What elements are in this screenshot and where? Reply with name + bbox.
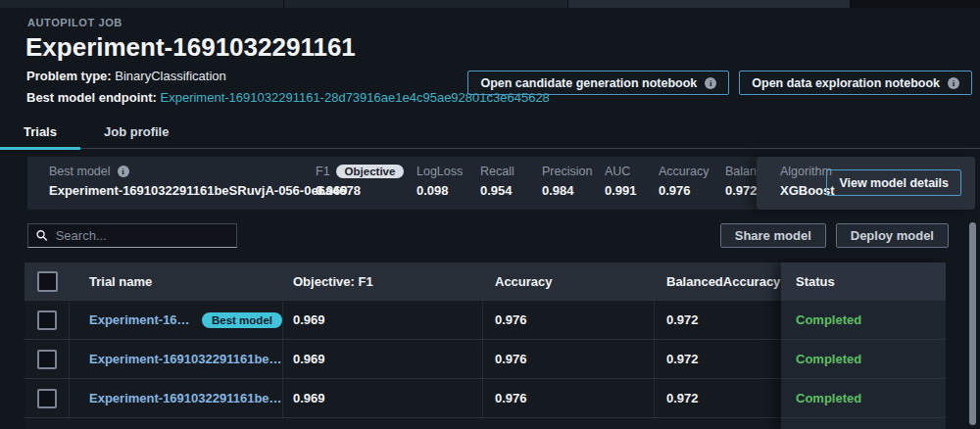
metric-label: AUC bbox=[605, 165, 630, 178]
header-checkbox-cell bbox=[24, 262, 70, 300]
column-header-accuracy: Accuracy bbox=[483, 262, 655, 300]
trial-name-link[interactable]: Experiment-1691032... bbox=[89, 312, 194, 327]
metric-label-row: Recall bbox=[480, 165, 542, 178]
metric-value: 0.098 bbox=[416, 183, 480, 198]
search-box[interactable] bbox=[27, 223, 237, 248]
objective-value: 0.969 bbox=[293, 352, 325, 366]
metric-value: 0.976 bbox=[659, 183, 725, 198]
objective-cell: 0.969 bbox=[283, 301, 483, 339]
metric-label-row: Precision bbox=[542, 165, 605, 178]
accuracy-cell: 0.976 bbox=[483, 301, 655, 339]
status-value: Completed bbox=[796, 312, 861, 327]
select-all-checkbox[interactable] bbox=[37, 271, 58, 292]
notebook-buttons: Open candidate generation notebook i Ope… bbox=[467, 71, 972, 95]
trials-table: Trial name Objective: F1 Accuracy Balanc… bbox=[24, 262, 943, 429]
search-input[interactable] bbox=[56, 228, 228, 243]
accuracy-value: 0.976 bbox=[495, 312, 527, 327]
trial-name-cell: Experiment-1691032291161beS... bbox=[70, 379, 283, 417]
metric-label: Accuracy bbox=[659, 165, 709, 178]
status-value: Completed bbox=[796, 352, 861, 366]
tab-job-profile[interactable]: Job profile bbox=[80, 116, 192, 148]
balanced-accuracy-value: 0.972 bbox=[666, 352, 699, 366]
status-cells: Completed Completed Completed bbox=[781, 300, 946, 417]
row-checkbox[interactable] bbox=[37, 310, 57, 330]
metric: Recall 0.954 bbox=[480, 165, 542, 210]
row-checkbox-cell bbox=[24, 379, 70, 417]
top-tab-segment bbox=[851, 0, 980, 8]
metric: F1 Objective 0.969 bbox=[316, 165, 416, 210]
best-model-block: Best model i Experiment-1691032291161beS… bbox=[49, 157, 316, 210]
metric-label: F1 bbox=[316, 165, 330, 178]
status-sticky-column: Status Completed Completed Completed bbox=[781, 262, 946, 429]
best-model-label: Best model bbox=[49, 165, 111, 178]
row-checkbox-cell bbox=[24, 301, 70, 339]
objective-value: 0.969 bbox=[293, 391, 325, 405]
metric-value: 0.969 bbox=[316, 183, 416, 198]
metric: AUC 0.991 bbox=[605, 165, 659, 210]
top-tab-segment bbox=[568, 0, 851, 8]
trial-name-cell: Experiment-1691032... Best model bbox=[70, 301, 283, 339]
balanced-accuracy-value: 0.972 bbox=[666, 391, 699, 405]
objective-value: 0.969 bbox=[293, 312, 325, 327]
metric: LogLoss 0.098 bbox=[416, 165, 480, 210]
trial-name-link[interactable]: Experiment-1691032291161beS... bbox=[89, 391, 282, 405]
table-action-buttons: Share model Deploy model bbox=[720, 223, 949, 248]
best-model-name: Experiment-1691032291161beSRuvjA-056-0e6… bbox=[49, 183, 316, 198]
endpoint-label: Best model endpoint: bbox=[26, 90, 157, 105]
top-tab-segment bbox=[284, 0, 568, 8]
column-header-trial-name: Trial name bbox=[70, 262, 283, 300]
tab-bar: Trials Job profile bbox=[0, 116, 980, 149]
problem-type-value: BinaryClassification bbox=[115, 69, 225, 83]
row-checkbox[interactable] bbox=[37, 389, 57, 408]
info-icon[interactable]: i bbox=[948, 77, 959, 89]
problem-type-line: Problem type: BinaryClassification bbox=[26, 69, 226, 83]
objective-badge: Objective bbox=[336, 165, 405, 178]
accuracy-value: 0.976 bbox=[495, 391, 527, 405]
top-tab-segment bbox=[0, 0, 284, 8]
metric: Accuracy 0.976 bbox=[659, 165, 725, 210]
row-checkbox-cell bbox=[24, 340, 70, 378]
view-model-details-button[interactable]: View model details bbox=[826, 169, 961, 196]
trial-name-link[interactable]: Experiment-1691032291161beS... bbox=[89, 352, 282, 366]
best-model-badge: Best model bbox=[202, 312, 282, 328]
metric-label-row: F1 Objective bbox=[316, 165, 416, 178]
top-tab-strip bbox=[0, 0, 980, 8]
algorithm-panel: Algorithm XGBoost View model details bbox=[757, 157, 975, 210]
status-cell-partial bbox=[781, 417, 946, 429]
deploy-model-button[interactable]: Deploy model bbox=[836, 223, 949, 248]
vertical-scrollbar[interactable] bbox=[969, 222, 976, 425]
best-model-summary-bar: Best model i Experiment-1691032291161beS… bbox=[27, 157, 975, 210]
metric-value: 0.954 bbox=[480, 183, 542, 198]
status-cell: Completed bbox=[781, 300, 946, 339]
accuracy-cell: 0.976 bbox=[483, 379, 655, 417]
search-icon bbox=[36, 229, 48, 242]
status-cell: Completed bbox=[781, 339, 946, 378]
metric: Precision 0.984 bbox=[542, 165, 605, 210]
column-header-objective: Objective: F1 bbox=[283, 262, 483, 300]
metric-label-row: AUC bbox=[605, 165, 659, 178]
metric-value: 0.984 bbox=[542, 183, 605, 198]
open-candidate-notebook-button[interactable]: Open candidate generation notebook i bbox=[467, 71, 729, 95]
trial-name-cell: Experiment-1691032291161beS... bbox=[70, 340, 283, 378]
problem-type-label: Problem type: bbox=[26, 69, 112, 83]
open-data-exploration-notebook-button[interactable]: Open data exploration notebook i bbox=[739, 71, 972, 95]
balanced-accuracy-value: 0.972 bbox=[666, 312, 699, 327]
best-model-label-row: Best model i bbox=[49, 165, 316, 178]
autopilot-job-page: AUTOPILOT JOB Experiment-1691032291161 P… bbox=[0, 0, 980, 429]
metric-label-row: LogLoss bbox=[416, 165, 480, 178]
row-checkbox[interactable] bbox=[37, 350, 57, 369]
objective-cell: 0.969 bbox=[283, 379, 483, 417]
tab-trials[interactable]: Trials bbox=[0, 116, 80, 148]
metric-value: 0.991 bbox=[605, 183, 659, 198]
open-data-exploration-notebook-label: Open data exploration notebook bbox=[752, 76, 940, 90]
accuracy-value: 0.976 bbox=[495, 352, 527, 366]
info-icon[interactable]: i bbox=[705, 77, 716, 89]
metric-label: Recall bbox=[480, 165, 514, 178]
metric-label: Precision bbox=[542, 165, 592, 178]
info-icon[interactable]: i bbox=[118, 166, 129, 177]
accuracy-cell: 0.976 bbox=[483, 340, 655, 378]
open-candidate-notebook-label: Open candidate generation notebook bbox=[480, 76, 697, 90]
metric-label-row: Accuracy bbox=[659, 165, 725, 178]
column-header-status: Status bbox=[781, 262, 946, 300]
share-model-button[interactable]: Share model bbox=[720, 223, 826, 248]
